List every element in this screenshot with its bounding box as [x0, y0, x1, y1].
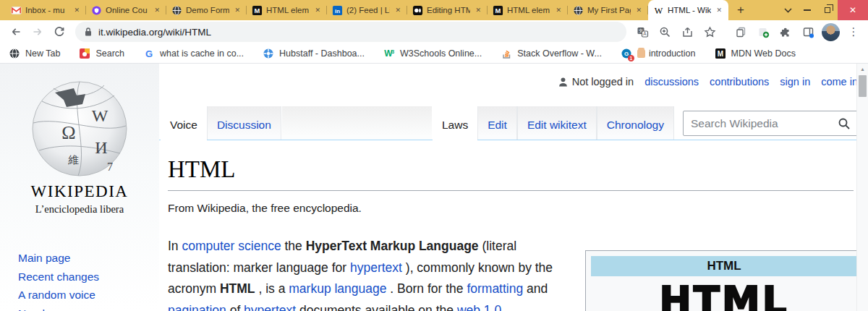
browser-tab-html-elements-2[interactable]: M HTML elem ✕	[488, 0, 568, 20]
inline-wiki-link[interactable]: web 1.0	[457, 303, 501, 311]
browser-menu-button[interactable]: ⋮	[845, 23, 862, 41]
svg-text:M: M	[717, 50, 723, 58]
extension-pages-button[interactable]	[732, 23, 749, 41]
browser-tab-editing-html[interactable]: Editing HTM ✕	[407, 0, 488, 20]
bookmark-hubstaff[interactable]: Hubstaff - Dashboa...	[263, 48, 365, 59]
bookmark-label: MDN Web Docs	[731, 48, 796, 59]
sidebar-link-random-voice[interactable]: A random voice	[18, 286, 159, 304]
browser-tab-gmail[interactable]: Inbox - mu ✕	[6, 0, 86, 20]
tab-close-icon[interactable]: ✕	[313, 6, 322, 14]
svg-text:3: 3	[392, 48, 395, 54]
tab-close-icon[interactable]: ✕	[634, 6, 643, 14]
tab-edit-wikitext[interactable]: Edit wikitext	[517, 106, 597, 140]
purple-app-icon	[91, 5, 102, 16]
extensions-button[interactable]	[777, 23, 794, 41]
wikipedia-logo-block[interactable]: W Ω И 維 7 WIKIPEDIA L’enciclopedia liber…	[0, 78, 159, 216]
personal-link-contributions[interactable]: contributions	[710, 76, 769, 88]
bookmark-label: what is cache in co...	[160, 48, 244, 59]
inline-wiki-link[interactable]: pagination	[168, 303, 226, 311]
infobox: HTML HTML	[585, 250, 863, 311]
page-title: HTML	[168, 156, 854, 191]
translate-button[interactable]: 文A	[634, 23, 651, 41]
bookmark-star-button[interactable]	[701, 23, 718, 41]
share-button[interactable]	[678, 23, 696, 41]
bookmark-new-tab[interactable]: New Tab	[9, 48, 60, 59]
bookmark-search[interactable]: Search	[79, 48, 124, 59]
wiki-search-input[interactable]	[684, 117, 831, 130]
tab-close-icon[interactable]: ✕	[715, 6, 723, 14]
reload-button[interactable]	[49, 22, 69, 42]
window-restore-button[interactable]	[817, 0, 838, 20]
back-button[interactable]	[6, 22, 26, 42]
bookmark-introduction[interactable]: G 1 introduction	[621, 48, 696, 59]
wikipedia-page: W Ω И 維 7 WIKIPEDIA L’enciclopedia liber…	[0, 64, 868, 311]
bookmark-stack-overflow[interactable]: Stack Overflow - W...	[501, 48, 602, 59]
bookmark-mdn-web-docs[interactable]: M MDN Web Docs	[715, 48, 796, 59]
sidebar-link-recent-changes[interactable]: Recent changes	[18, 268, 159, 286]
reload-icon	[54, 26, 65, 38]
side-panel-button[interactable]	[799, 23, 817, 41]
url-omnibox[interactable]: it.wikipedia.org/wiki/HTML	[75, 22, 626, 42]
paragraph-text: HTML	[220, 281, 255, 296]
svg-text:7: 7	[107, 161, 113, 173]
browser-tab-linkedin-feed[interactable]: in (2) Feed | Li ✕	[327, 0, 407, 20]
tab-edit[interactable]: Edit	[477, 106, 517, 140]
star-icon	[704, 26, 716, 38]
tab-chronology[interactable]: Chronology	[597, 106, 674, 140]
window-close-button[interactable]: ✕	[838, 0, 868, 20]
bookmark-label: introduction	[649, 48, 696, 59]
browser-tab-online-course[interactable]: Online Cou ✕	[86, 0, 166, 20]
tab-row-spacer	[282, 106, 432, 140]
browser-tab-my-first-page[interactable]: My First Pag ✕	[568, 0, 648, 20]
tab-close-icon[interactable]: ✕	[72, 6, 81, 14]
personal-link-sign-in[interactable]: sign in	[780, 76, 810, 88]
extension-add-button[interactable]	[754, 23, 772, 41]
inline-wiki-link[interactable]: formatting	[467, 281, 523, 296]
personal-link-come-in[interactable]: come in	[821, 76, 858, 88]
linkedin-icon: in	[332, 5, 343, 16]
tab-close-icon[interactable]: ✕	[393, 6, 402, 14]
tab-discussion[interactable]: Discussion	[207, 106, 281, 140]
tab-close-icon[interactable]: ✕	[153, 6, 161, 14]
bookmark-google-search[interactable]: G what is cache in co...	[143, 48, 244, 59]
page-scrollbar[interactable]: ▲	[856, 64, 868, 311]
sidebar-link-nearby[interactable]: Nearby	[18, 304, 159, 311]
infobox-header: HTML	[591, 256, 857, 276]
tab-laws-read[interactable]: Laws	[433, 107, 477, 140]
article-intro-paragraph: In computer science the HyperText Markup…	[168, 236, 570, 311]
svg-text:維: 維	[68, 154, 80, 166]
tab-close-icon[interactable]: ✕	[233, 6, 242, 14]
browser-tab-wikipedia-active[interactable]: W HTML - Wik ✕	[648, 0, 728, 20]
wiki-sidebar: W Ω И 維 7 WIKIPEDIA L’enciclopedia liber…	[0, 64, 159, 311]
wiki-search-button[interactable]	[831, 111, 857, 135]
zoom-button[interactable]	[656, 23, 673, 41]
window-minimize-button[interactable]	[797, 0, 817, 20]
paragraph-text: In	[168, 239, 182, 253]
bookmark-w3schools[interactable]: W3 W3Schools Online...	[383, 48, 482, 59]
personal-link-discussions[interactable]: discussions	[644, 76, 699, 88]
inline-wiki-link[interactable]: hypertext	[244, 303, 296, 311]
tab-close-icon[interactable]: ✕	[474, 6, 482, 14]
paragraph-text: of	[226, 303, 244, 311]
scrollbar-thumb[interactable]	[859, 75, 867, 97]
sidebar-link-main-page[interactable]: Main page	[18, 249, 159, 268]
new-tab-button[interactable]: +	[731, 1, 750, 20]
wiki-search-box	[683, 111, 858, 136]
tab-voice[interactable]: Voice	[161, 107, 207, 140]
scrollbar-up-arrow[interactable]: ▲	[857, 64, 868, 74]
forward-button[interactable]	[27, 22, 48, 42]
wiki-content-column: Not logged in discussions contributions …	[159, 64, 868, 311]
tab-title: Inbox - mu	[25, 6, 69, 14]
bookmark-label: Search	[95, 48, 124, 59]
tab-search-chevron-button[interactable]	[778, 1, 797, 20]
gmail-icon	[11, 5, 22, 16]
inline-wiki-link[interactable]: hypertext	[350, 260, 402, 275]
tab-close-icon[interactable]: ✕	[554, 6, 563, 14]
browser-tab-demo-form[interactable]: Demo Form ✕	[166, 0, 247, 20]
inline-wiki-link[interactable]: computer science	[182, 239, 281, 253]
profile-avatar[interactable]	[822, 23, 840, 41]
sidebar-nav-links: Main page Recent changes A random voice …	[18, 249, 159, 311]
inline-wiki-link[interactable]: markup language	[289, 281, 386, 296]
browser-tab-html-elements-1[interactable]: M HTML elem ✕	[247, 0, 327, 20]
user-icon	[558, 77, 569, 88]
